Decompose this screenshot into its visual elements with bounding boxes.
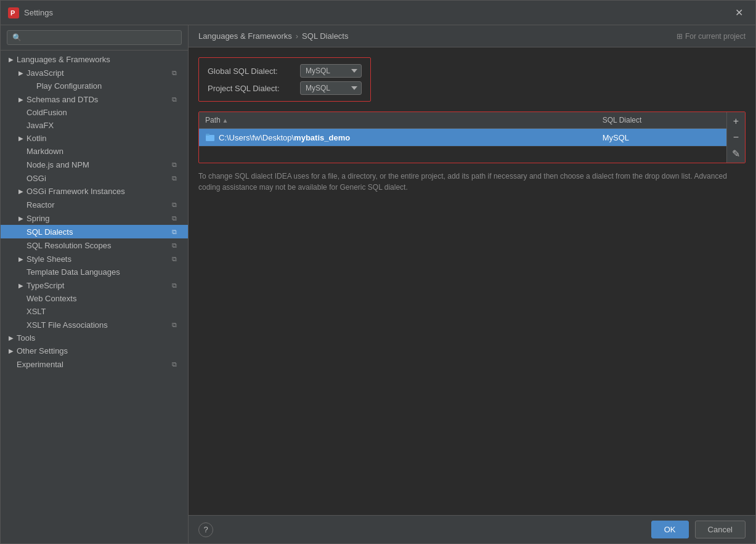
panel-header: Languages & Frameworks › SQL Dialects ⊞ … bbox=[189, 25, 755, 47]
project-icon: ⊞ bbox=[677, 32, 683, 41]
remove-path-button[interactable]: − bbox=[730, 131, 743, 144]
breadcrumb-separator: › bbox=[296, 31, 298, 41]
sidebar-item-tools[interactable]: ▶Tools bbox=[1, 331, 188, 344]
arrow-icon-typescript[interactable]: ▶ bbox=[17, 281, 25, 290]
copy-icon-javascript bbox=[172, 68, 182, 78]
table-row[interactable]: C:\Users\fw\Desktop\mybatis_demoMySQL bbox=[199, 129, 726, 147]
sidebar-item-xslt[interactable]: XSLT bbox=[1, 305, 188, 318]
svg-rect-2 bbox=[206, 135, 214, 141]
arrow-icon-javascript[interactable]: ▶ bbox=[17, 68, 25, 77]
global-dialect-select[interactable]: MySQLPostgreSQLSQLiteOracleGeneric bbox=[300, 64, 362, 78]
sidebar-item-label-template-data-languages: Template Data Languages bbox=[26, 267, 182, 277]
arrow-icon-spring[interactable]: ▶ bbox=[17, 214, 25, 222]
global-dialect-row: Global SQL Dialect: MySQLPostgreSQLSQLit… bbox=[208, 64, 362, 78]
sidebar-item-label-javascript: JavaScript bbox=[26, 68, 169, 78]
for-current-project: ⊞ For current project bbox=[677, 32, 746, 41]
project-dialect-select[interactable]: MySQLPostgreSQLSQLiteOracleGeneric bbox=[300, 81, 362, 95]
sidebar-item-javascript[interactable]: ▶JavaScript bbox=[1, 66, 188, 79]
path-table-container: Path SQL Dialect C:\Users\fw\Desktop\myb… bbox=[198, 112, 746, 163]
sidebar-item-other-settings[interactable]: ▶Other Settings bbox=[1, 344, 188, 357]
right-panel: Languages & Frameworks › SQL Dialects ⊞ … bbox=[189, 25, 755, 543]
sidebar-item-coldfusion[interactable]: ColdFusion bbox=[1, 106, 188, 119]
sidebar-item-javafx[interactable]: JavaFX bbox=[1, 119, 188, 132]
copy-icon-xslt-file-associations bbox=[172, 320, 182, 330]
sidebar-item-nodejs-npm[interactable]: Node.js and NPM bbox=[1, 158, 188, 171]
sidebar-item-label-kotlin: Kotlin bbox=[26, 134, 182, 143]
sidebar-item-osgi[interactable]: OSGi bbox=[1, 171, 188, 185]
sidebar-item-experimental[interactable]: Experimental bbox=[1, 357, 188, 371]
sidebar-item-languages-frameworks[interactable]: ▶Languages & Frameworks bbox=[1, 53, 188, 66]
breadcrumb: Languages & Frameworks › SQL Dialects bbox=[198, 31, 348, 41]
dialect-cell: MySQL bbox=[596, 129, 726, 147]
arrow-icon-style-sheets[interactable]: ▶ bbox=[17, 254, 25, 263]
sidebar-item-sql-resolution-scopes[interactable]: SQL Resolution Scopes bbox=[1, 238, 188, 252]
sidebar-item-osgi-framework[interactable]: ▶OSGi Framework Instances bbox=[1, 185, 188, 198]
path-column-header[interactable]: Path bbox=[199, 112, 596, 129]
sidebar-item-reactor[interactable]: Reactor bbox=[1, 198, 188, 211]
sidebar-item-sql-dialects[interactable]: SQL Dialects bbox=[1, 225, 188, 238]
path-table: Path SQL Dialect C:\Users\fw\Desktop\myb… bbox=[199, 112, 726, 147]
copy-icon-schemas-dtds bbox=[172, 94, 182, 104]
sidebar-item-label-reactor: Reactor bbox=[26, 200, 169, 209]
sidebar-item-label-languages-frameworks: Languages & Frameworks bbox=[17, 55, 182, 64]
sidebar-item-web-contexts[interactable]: Web Contexts bbox=[1, 292, 188, 305]
app-icon: P bbox=[8, 7, 19, 18]
panel-body: Global SQL Dialect: MySQLPostgreSQLSQLit… bbox=[189, 47, 755, 515]
sidebar-item-label-nodejs-npm: Node.js and NPM bbox=[26, 160, 169, 169]
copy-icon-nodejs-npm bbox=[172, 160, 182, 169]
title-bar: P Settings ✕ bbox=[1, 1, 755, 25]
sidebar-item-label-osgi: OSGi bbox=[26, 174, 169, 183]
sidebar-item-schemas-dtds[interactable]: ▶Schemas and DTDs bbox=[1, 92, 188, 106]
edit-path-button[interactable]: ✎ bbox=[730, 147, 743, 160]
table-actions: + − ✎ bbox=[726, 112, 745, 163]
help-button[interactable]: ? bbox=[198, 522, 213, 537]
main-content: ▶Languages & Frameworks▶JavaScriptPlay C… bbox=[1, 25, 755, 543]
sidebar-item-markdown[interactable]: Markdown bbox=[1, 145, 188, 158]
close-button[interactable]: ✕ bbox=[730, 4, 748, 21]
arrow-icon-other-settings[interactable]: ▶ bbox=[7, 347, 15, 355]
copy-icon-experimental bbox=[172, 359, 182, 369]
svg-text:P: P bbox=[10, 9, 15, 17]
sidebar-item-label-web-contexts: Web Contexts bbox=[26, 294, 182, 303]
search-input[interactable] bbox=[7, 30, 182, 45]
global-dialect-label: Global SQL Dialect: bbox=[208, 67, 294, 76]
sidebar-item-label-tools: Tools bbox=[17, 333, 182, 343]
dialect-column-header: SQL Dialect bbox=[596, 112, 726, 129]
cancel-button[interactable]: Cancel bbox=[695, 521, 746, 538]
add-path-button[interactable]: + bbox=[730, 115, 743, 128]
window-title: Settings bbox=[24, 8, 730, 17]
sidebar-item-spring[interactable]: ▶Spring bbox=[1, 211, 188, 225]
copy-icon-spring bbox=[172, 213, 182, 223]
sidebar-item-label-xslt: XSLT bbox=[26, 307, 182, 316]
arrow-icon-kotlin[interactable]: ▶ bbox=[17, 134, 25, 143]
sidebar-item-template-data-languages[interactable]: Template Data Languages bbox=[1, 266, 188, 278]
copy-icon-style-sheets bbox=[172, 254, 182, 264]
sidebar-item-play-configuration[interactable]: Play Configuration bbox=[1, 79, 188, 92]
project-dialect-row: Project SQL Dialect: MySQLPostgreSQLSQLi… bbox=[208, 81, 362, 95]
table-main: Path SQL Dialect C:\Users\fw\Desktop\myb… bbox=[199, 112, 726, 163]
arrow-icon-languages-frameworks[interactable]: ▶ bbox=[7, 55, 15, 64]
arrow-icon-tools[interactable]: ▶ bbox=[7, 334, 15, 343]
sidebar-item-style-sheets[interactable]: ▶Style Sheets bbox=[1, 252, 188, 266]
sidebar-tree: ▶Languages & Frameworks▶JavaScriptPlay C… bbox=[1, 51, 188, 543]
copy-icon-reactor bbox=[172, 200, 182, 209]
sidebar-item-kotlin[interactable]: ▶Kotlin bbox=[1, 132, 188, 145]
copy-icon-sql-resolution-scopes bbox=[172, 240, 182, 250]
copy-icon-osgi bbox=[172, 173, 182, 183]
sidebar-item-label-schemas-dtds: Schemas and DTDs bbox=[26, 95, 169, 104]
arrow-icon-osgi-framework[interactable]: ▶ bbox=[17, 187, 25, 196]
arrow-icon-schemas-dtds[interactable]: ▶ bbox=[17, 95, 25, 104]
sidebar-item-xslt-file-associations[interactable]: XSLT File Associations bbox=[1, 318, 188, 331]
sidebar-item-typescript[interactable]: ▶TypeScript bbox=[1, 278, 188, 292]
search-box bbox=[1, 25, 188, 51]
project-dialect-label: Project SQL Dialect: bbox=[208, 84, 294, 93]
sidebar-item-label-experimental: Experimental bbox=[17, 360, 169, 369]
sidebar-item-label-coldfusion: ColdFusion bbox=[26, 108, 182, 117]
ok-button[interactable]: OK bbox=[651, 521, 689, 538]
path-cell-text: C:\Users\fw\Desktop\mybatis_demo bbox=[219, 133, 350, 142]
breadcrumb-parent: Languages & Frameworks bbox=[198, 31, 292, 41]
sidebar-item-label-sql-resolution-scopes: SQL Resolution Scopes bbox=[26, 241, 169, 250]
copy-icon-sql-dialects bbox=[172, 227, 182, 237]
sidebar-item-label-javafx: JavaFX bbox=[26, 121, 182, 130]
copy-icon-typescript bbox=[172, 280, 182, 290]
